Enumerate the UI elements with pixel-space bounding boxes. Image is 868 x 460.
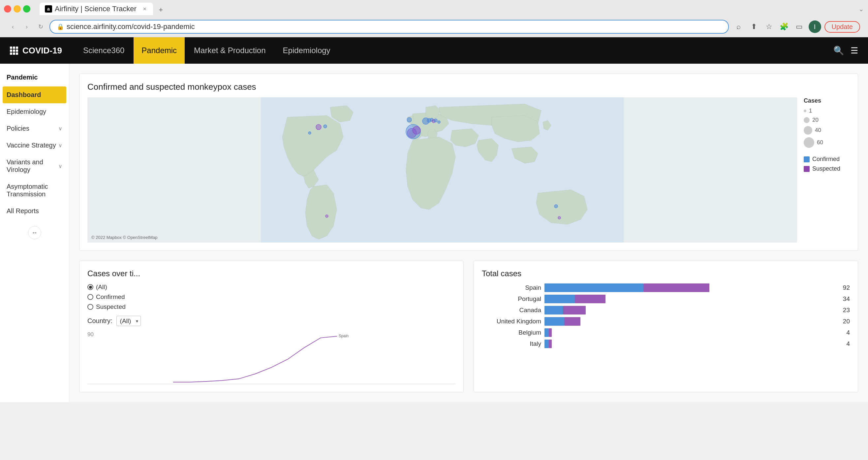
sidebar: Pandemic Dashboard Epidemiology Policies… xyxy=(0,64,69,402)
legend-size-label-60: 60 xyxy=(817,139,823,146)
bar-fill-confirmed xyxy=(545,317,564,326)
minimize-window-button[interactable] xyxy=(13,5,21,12)
radio-group: (All) Confirmed Suspected xyxy=(87,284,456,311)
bar-value-label: 4 xyxy=(846,329,850,336)
radio-confirmed-label: Confirmed xyxy=(96,293,125,300)
brand-name: COVID-19 xyxy=(23,46,62,56)
close-window-button[interactable] xyxy=(4,5,11,12)
bookmark-icon[interactable]: ☆ xyxy=(763,21,775,33)
total-cases-title: Total cases xyxy=(482,269,850,278)
nav-item-pandemic[interactable]: Pandemic xyxy=(133,37,185,64)
radio-suspected-label: Suspected xyxy=(96,303,126,311)
bar-track xyxy=(545,317,837,326)
new-tab-button[interactable]: + xyxy=(156,5,166,15)
reload-button[interactable]: ↻ xyxy=(36,22,45,32)
address-bar[interactable]: 🔒 science.airfinity.com/covid-19-pandemi… xyxy=(50,20,729,34)
nav-item-science360[interactable]: Science360 xyxy=(75,37,132,64)
suspected-label: Suspected xyxy=(812,165,840,172)
map-title: Confirmed and suspected monkeypox cases xyxy=(87,82,850,92)
bar-fill-suspected xyxy=(575,295,605,303)
world-map[interactable]: © 2022 Mapbox © OpenStreetMap xyxy=(87,97,797,242)
map-section: Confirmed and suspected monkeypox cases xyxy=(79,74,858,251)
sidebar-item-all-reports[interactable]: All Reports xyxy=(0,203,69,220)
bar-value-label: 20 xyxy=(843,318,850,325)
legend-color-suspected: Suspected xyxy=(804,165,850,172)
nav-menu-icon[interactable]: ☰ xyxy=(850,46,858,56)
sidebar-item-vaccine-strategy[interactable]: Vaccine Strategy ∨ xyxy=(0,137,69,154)
legend-title: Cases xyxy=(804,97,850,104)
sidebar-item-policies[interactable]: Policies ∨ xyxy=(0,120,69,137)
sidebar-item-variants-virology[interactable]: Variants and Virology ∨ xyxy=(0,154,69,178)
extensions-icon[interactable]: 🧩 xyxy=(778,21,790,33)
nav-item-market-production[interactable]: Market & Production xyxy=(186,37,273,64)
map-bubble-uk2 xyxy=(407,117,411,122)
line-chart-area: 90 Spain xyxy=(87,331,456,384)
sidebar-item-epidemiology[interactable]: Epidemiology xyxy=(0,103,69,120)
search-toolbar-icon[interactable]: ⌕ xyxy=(733,21,745,33)
brand-logo: COVID-19 xyxy=(10,46,62,56)
radio-all[interactable]: (All) xyxy=(87,284,456,291)
bar-country-label: United Kingdom xyxy=(482,318,541,325)
map-wrapper: © 2022 Mapbox © OpenStreetMap Cases 1 xyxy=(87,97,850,242)
bar-fill-confirmed xyxy=(545,295,575,303)
secure-icon: 🔒 xyxy=(57,23,64,30)
update-button[interactable]: Update xyxy=(825,21,860,33)
sidebar-item-asymptomatic-transmission[interactable]: Asymptomatic Transmission xyxy=(0,178,69,203)
legend-sizes: 1 20 40 60 xyxy=(804,108,850,148)
bar-fill-suspected xyxy=(563,306,586,314)
charts-row: Cases over ti... (All) Confirmed Susp xyxy=(79,261,858,392)
cases-over-time-title: Cases over ti... xyxy=(87,269,456,278)
bar-row: Italy4 xyxy=(482,340,850,348)
sidebar-collapse-button[interactable]: ↔ xyxy=(28,226,41,239)
profile-avatar[interactable]: I xyxy=(809,21,821,33)
line-chart-svg: Spain xyxy=(87,331,456,384)
bar-track xyxy=(545,340,840,348)
bar-country-label: Spain xyxy=(482,284,541,291)
browser-tab[interactable]: a Airfinity | Science Tracker ✕ xyxy=(39,3,153,15)
sidebar-item-dashboard[interactable]: Dashboard xyxy=(3,86,66,103)
map-bubble-canada xyxy=(316,124,321,130)
size-dot-60 xyxy=(804,137,814,148)
legend-size-label-40: 40 xyxy=(815,127,821,134)
bar-fill-suspected xyxy=(643,284,709,292)
maximize-window-button[interactable] xyxy=(23,5,30,12)
country-select[interactable]: (All) xyxy=(116,316,141,326)
share-icon[interactable]: ⬆ xyxy=(748,21,760,33)
bar-country-label: Belgium xyxy=(482,329,541,336)
legend-size-label-20: 20 xyxy=(812,117,818,123)
main-content: Confirmed and suspected monkeypox cases xyxy=(69,64,868,402)
bar-fill-confirmed xyxy=(545,328,549,337)
cases-over-time-section: Cases over ti... (All) Confirmed Susp xyxy=(79,261,464,392)
bar-fill-suspected xyxy=(549,340,552,348)
svg-point-2 xyxy=(438,121,440,123)
bar-value-label: 23 xyxy=(843,307,850,314)
chevron-down-icon: ∨ xyxy=(58,142,62,148)
bar-country-label: Portugal xyxy=(482,295,541,303)
forward-button[interactable]: › xyxy=(22,22,32,32)
confirmed-label: Confirmed xyxy=(812,156,840,163)
chevron-down-icon: ∨ xyxy=(58,125,62,132)
nav-items: Science360 Pandemic Market & Production … xyxy=(75,37,833,64)
chevron-down-icon: ∨ xyxy=(58,163,62,169)
country-dropdown-row: Country: (All) ▾ xyxy=(87,316,456,326)
bar-track xyxy=(545,306,837,314)
map-bubble-portugal-suspected xyxy=(412,126,421,134)
sidebar-section-title: Pandemic xyxy=(0,70,69,86)
tab-favicon: a xyxy=(45,5,52,12)
map-bubble-brazil xyxy=(326,215,328,218)
bar-row: Portugal34 xyxy=(482,295,850,303)
y-axis-label: 90 xyxy=(87,331,94,338)
content-area: Pandemic Dashboard Epidemiology Policies… xyxy=(0,64,868,402)
radio-confirmed[interactable]: Confirmed xyxy=(87,293,456,300)
nav-search-icon[interactable]: 🔍 xyxy=(833,46,844,56)
tab-close-button[interactable]: ✕ xyxy=(142,6,148,12)
world-map-svg xyxy=(87,97,797,242)
bar-fill-confirmed xyxy=(545,306,563,314)
country-label: Country: xyxy=(87,317,113,325)
map-legend: Cases 1 20 40 xyxy=(797,97,850,242)
sidebar-toggle-icon[interactable]: ▭ xyxy=(794,21,805,33)
bar-fill-suspected xyxy=(549,328,552,337)
nav-item-epidemiology[interactable]: Epidemiology xyxy=(275,37,338,64)
back-button[interactable]: ‹ xyxy=(8,22,18,32)
radio-suspected[interactable]: Suspected xyxy=(87,303,456,311)
